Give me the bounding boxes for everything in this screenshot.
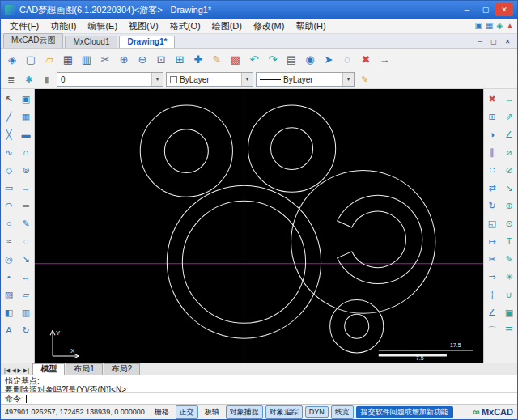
polygon-icon[interactable]: ◇ bbox=[2, 163, 16, 177]
spline-icon[interactable]: ≈ bbox=[2, 234, 16, 248]
menu-item[interactable]: 绘图(D) bbox=[206, 19, 248, 33]
fillet-icon[interactable]: ⌒ bbox=[485, 323, 499, 337]
document-tab[interactable]: MxCAD云图 bbox=[3, 33, 63, 48]
palette-toggle-icon[interactable]: ▦ bbox=[486, 22, 493, 30]
layer-lock-icon[interactable]: ▮ bbox=[39, 72, 54, 87]
new-file-icon[interactable]: ▢ bbox=[22, 50, 40, 68]
toolbar-toggle-icon[interactable]: ▣ bbox=[474, 22, 482, 30]
menu-item[interactable]: 文件(F) bbox=[4, 19, 45, 33]
erase-icon[interactable]: ✖ bbox=[485, 91, 499, 106]
chevron-down-icon[interactable]: ▾ bbox=[151, 73, 163, 86]
layout-nav-arrow[interactable]: ▶ bbox=[18, 367, 22, 374]
rotate-icon[interactable]: ↻ bbox=[485, 198, 499, 213]
layer-freeze-icon[interactable]: ✱ bbox=[21, 72, 36, 87]
insert-image-icon[interactable]: ▥ bbox=[19, 305, 33, 320]
doc-close-icon[interactable]: ✕ bbox=[502, 38, 513, 45]
status-toggle-dyn[interactable]: DYN bbox=[305, 406, 329, 418]
web-cloud-icon[interactable]: ◉ bbox=[301, 50, 319, 68]
layout-tab[interactable]: 布局1 bbox=[66, 363, 103, 375]
close-button[interactable]: ✕ bbox=[495, 3, 513, 16]
color-palette-icon[interactable]: ▩ bbox=[227, 50, 244, 68]
explode-icon[interactable]: ✳ bbox=[502, 269, 516, 284]
trim-icon[interactable]: ✂ bbox=[485, 252, 499, 266]
minimize-button[interactable]: ─ bbox=[458, 3, 476, 16]
hatch-icon[interactable]: ▨ bbox=[2, 287, 16, 302]
dim-angular-icon[interactable]: ∠ bbox=[502, 127, 516, 142]
boundary-icon[interactable]: ◌ bbox=[19, 234, 33, 248]
menu-item[interactable]: 帮助(H) bbox=[290, 19, 331, 33]
orbit-icon[interactable]: ↻ bbox=[19, 323, 33, 337]
chamfer-icon[interactable]: ∠ bbox=[485, 305, 499, 320]
zoom-out-icon[interactable]: ⊖ bbox=[134, 50, 151, 68]
dim-aligned-icon[interactable]: ⇗ bbox=[502, 109, 516, 124]
print-icon[interactable]: ▤ bbox=[282, 50, 300, 68]
status-toggle-polar[interactable]: 极轴 bbox=[201, 405, 223, 419]
zoom-window-icon[interactable]: ⊞ bbox=[171, 50, 189, 68]
menu-item[interactable]: 功能(I) bbox=[45, 19, 82, 33]
redo-icon[interactable]: ↷ bbox=[264, 50, 282, 68]
maximize-button[interactable]: ▢ bbox=[477, 3, 495, 16]
chevron-down-icon[interactable]: ▾ bbox=[342, 73, 354, 86]
line-icon[interactable]: ╱ bbox=[2, 109, 16, 124]
tolerance-icon[interactable]: ⊕ bbox=[502, 198, 516, 213]
array-icon[interactable]: ∷ bbox=[485, 163, 499, 177]
copy-icon[interactable]: ⊞ bbox=[485, 109, 499, 124]
menu-item[interactable]: 编辑(E) bbox=[82, 19, 123, 33]
pencil-draw-icon[interactable]: ✎ bbox=[208, 50, 226, 68]
layout-nav-arrow[interactable]: ◀ bbox=[11, 367, 15, 374]
break-icon[interactable]: ╎ bbox=[485, 287, 499, 302]
dim-linear-icon[interactable]: ↔ bbox=[502, 91, 516, 106]
text-icon[interactable]: A bbox=[2, 323, 16, 337]
status-toggle-lineweight[interactable]: 线宽 bbox=[331, 405, 354, 419]
scale-icon[interactable]: ◱ bbox=[485, 216, 499, 231]
dim-radius-icon[interactable]: ⌀ bbox=[502, 145, 516, 159]
share-icon[interactable]: ➤ bbox=[320, 50, 338, 68]
block-icon[interactable]: ▣ bbox=[19, 91, 33, 106]
layer-select[interactable]: 0 ▾ bbox=[57, 72, 163, 87]
cut-icon[interactable]: ✂ bbox=[96, 50, 114, 68]
layout-tab[interactable]: 模型 bbox=[32, 363, 65, 375]
doc-restore-icon[interactable]: ▢ bbox=[488, 38, 499, 45]
move-icon[interactable]: ⇄ bbox=[485, 180, 499, 195]
layer-stack-icon[interactable]: ◈ bbox=[3, 50, 21, 68]
doc-minimize-icon[interactable]: ─ bbox=[474, 38, 486, 45]
arc-icon[interactable]: ◠ bbox=[2, 198, 16, 213]
status-toggle-otrack[interactable]: 对象追踪 bbox=[265, 405, 303, 419]
drawing-canvas[interactable]: 17.57.5YX bbox=[35, 89, 483, 363]
table-icon[interactable]: ▦ bbox=[19, 109, 33, 124]
status-toggle-grid[interactable]: 栅格 bbox=[151, 405, 173, 419]
open-file-icon[interactable]: ▱ bbox=[40, 50, 58, 68]
chevron-down-icon[interactable]: ▾ bbox=[241, 73, 253, 86]
mtext-icon[interactable]: T bbox=[502, 234, 516, 248]
multileader-icon[interactable]: ↘ bbox=[19, 252, 33, 266]
dimension-icon[interactable]: ↔ bbox=[19, 269, 33, 284]
layout-nav-arrow[interactable]: |◀ bbox=[4, 367, 10, 374]
menu-item[interactable]: 视图(V) bbox=[123, 19, 164, 33]
feedback-link[interactable]: 提交软件问题或增加新功能 bbox=[356, 406, 453, 418]
ray-icon[interactable]: → bbox=[19, 180, 33, 195]
color-select[interactable]: ByLayer ▾ bbox=[166, 72, 253, 87]
exit-icon[interactable]: → bbox=[376, 50, 393, 68]
undo-icon[interactable]: ↶ bbox=[245, 50, 263, 68]
construction-line-icon[interactable]: ╳ bbox=[2, 127, 16, 142]
multiline-icon[interactable]: ═ bbox=[19, 198, 33, 213]
mirror-icon[interactable]: ◑ bbox=[485, 127, 499, 142]
circle-icon[interactable]: ○ bbox=[2, 216, 16, 231]
polyline-icon[interactable]: ∿ bbox=[2, 145, 16, 159]
zoom-in-icon[interactable]: ⊕ bbox=[115, 50, 133, 68]
gradient-icon[interactable]: ◧ bbox=[2, 305, 16, 320]
cloud-sync-icon[interactable]: ◈ bbox=[496, 22, 503, 30]
help-icon[interactable]: ◌ bbox=[338, 50, 356, 68]
select-icon[interactable]: ↖ bbox=[2, 91, 16, 106]
status-toggle-osnap[interactable]: 对象捕捉 bbox=[226, 405, 263, 419]
center-mark-icon[interactable]: ⊙ bbox=[502, 216, 516, 231]
dim-diameter-icon[interactable]: ⊘ bbox=[502, 163, 516, 177]
join-icon[interactable]: ∪ bbox=[502, 287, 516, 302]
save-as-icon[interactable]: ▥ bbox=[78, 50, 96, 68]
extend-icon[interactable]: ⇒ bbox=[485, 269, 499, 284]
point-icon[interactable]: • bbox=[2, 269, 16, 284]
donut-icon[interactable]: ⊚ bbox=[19, 163, 33, 177]
linetype-select[interactable]: ByLayer ▾ bbox=[256, 72, 355, 87]
layout-nav-arrow[interactable]: ▶| bbox=[23, 367, 29, 374]
layer-manager-icon[interactable]: ≣ bbox=[3, 72, 19, 87]
